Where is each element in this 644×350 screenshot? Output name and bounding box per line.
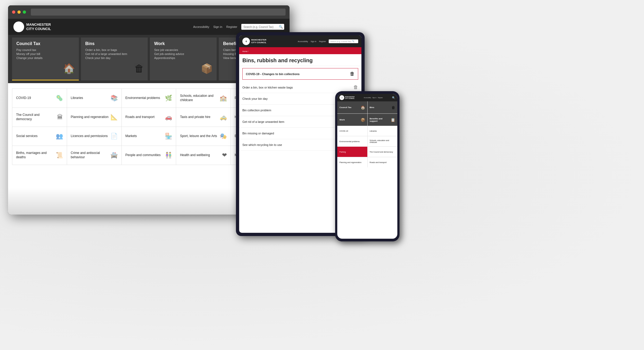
search-input[interactable]: [243, 25, 277, 28]
tablet-signin[interactable]: Sign in: [311, 40, 316, 42]
phone-council-tax-icon: 🏠: [361, 105, 365, 110]
phone-search-icon[interactable]: 🔍: [392, 96, 395, 99]
phone-service-schools[interactable]: Schools, education and childcare: [368, 136, 398, 146]
bins-title: Bins: [85, 41, 143, 46]
service-roads[interactable]: Roads and transport 🚗: [122, 108, 176, 127]
phone-card-council-tax[interactable]: Council Tax 🏠: [337, 101, 367, 113]
phone-service-planning[interactable]: Planning and regeneration: [337, 157, 367, 167]
browser-maximize-dot[interactable]: [23, 10, 26, 14]
breadcrumb-text[interactable]: Home /: [242, 50, 249, 52]
service-sport[interactable]: Sport, leisure and the Arts 🎭: [176, 127, 231, 146]
people-icon: 👫: [165, 152, 172, 159]
work-links: See job vacancies Get job-seeking advice…: [154, 48, 212, 60]
phone-device: ⚜ MANCHESTER CITY COUNCIL Accessibility …: [335, 91, 399, 241]
service-crime[interactable]: Crime and antisocial behaviour 🚔: [67, 146, 121, 165]
phone-logo[interactable]: ⚜ MANCHESTER CITY COUNCIL: [339, 95, 354, 100]
tablet-nav: Accessibility Sign in Register Search (e…: [298, 39, 358, 43]
browser-chrome: [8, 5, 290, 19]
taxis-icon: 🚕: [220, 114, 227, 121]
header-nav: Accessibility Sign in Register 🔍: [193, 24, 284, 30]
council-tax-title: Council Tax: [16, 41, 75, 46]
phone-quick-grid: Council Tax 🏠 Bins 🗑 Work 📦 Benefits and…: [337, 101, 397, 126]
covid-icon: 🦠: [56, 95, 63, 102]
logo-text: MANCHESTER CITY COUNCIL: [26, 23, 51, 31]
service-planning[interactable]: Planning and regeneration 📐: [67, 108, 121, 127]
planning-icon: 📐: [110, 114, 118, 121]
phone-service-parking[interactable]: Parking: [337, 147, 367, 157]
tablet-search[interactable]: Search (e.g. Council Tax) 🔍: [329, 39, 358, 43]
sign-in-link[interactable]: Sign in: [213, 25, 222, 28]
council-tax-links: Pay council tax Money off your bill Chan…: [16, 48, 75, 60]
hero-card-bins[interactable]: Bins Order a bin, box or bags Get rid of…: [81, 38, 148, 80]
phone-bins-icon: 🗑: [391, 105, 395, 110]
list-item[interactable]: Get job-seeking advice: [154, 52, 212, 56]
list-item[interactable]: Order a bin, box or bags: [85, 48, 143, 51]
phone-service-council[interactable]: The Council and democracy: [368, 147, 398, 157]
health-icon: ❤: [222, 152, 227, 159]
list-item[interactable]: Money off your bill: [16, 52, 75, 56]
tablet-register[interactable]: Register: [319, 40, 326, 42]
council-tax-icon: 🏠: [63, 63, 75, 74]
covid-banner-text: COVID-19 - Changes to bin collections: [246, 72, 299, 76]
service-licences[interactable]: Licences and permissions 📄: [67, 127, 121, 146]
search-bar[interactable]: 🔍: [241, 24, 284, 30]
service-taxis[interactable]: Taxis and private hire 🚕: [176, 108, 231, 127]
work-icon: 📦: [201, 63, 213, 74]
service-social[interactable]: Social services 👥: [12, 127, 67, 146]
service-people[interactable]: People and communities 👫: [122, 146, 176, 165]
markets-icon: 🏪: [165, 133, 172, 140]
list-item[interactable]: Check your bin day: [85, 56, 143, 60]
phone-logo-text: MANCHESTER CITY COUNCIL: [345, 96, 354, 99]
browser-url-bar[interactable]: [31, 9, 286, 16]
tablet-page-title: Bins, rubbish and recycling: [239, 54, 361, 66]
phone-service-grid: COVID-19 Libraries Environmental problem…: [337, 126, 397, 167]
tablet-logo-icon: ⚜: [242, 38, 250, 45]
phone-register[interactable]: Register: [378, 97, 383, 98]
list-item[interactable]: Pay council tax: [16, 48, 75, 51]
register-link[interactable]: Register: [226, 25, 237, 28]
service-council-democracy[interactable]: The Council and democracy 🏛: [12, 108, 67, 127]
covid-banner-icon: 🗑: [350, 71, 355, 77]
work-title: Work: [154, 41, 212, 46]
bin-order-icon: 🗑: [353, 84, 358, 90]
phone-card-bins[interactable]: Bins 🗑: [368, 101, 398, 113]
service-libraries[interactable]: Libraries 📚: [67, 89, 121, 108]
service-health[interactable]: Health and wellbeing ❤: [176, 146, 231, 165]
tablet-accessibility[interactable]: Accessibility: [298, 40, 308, 42]
phone-screen: ⚜ MANCHESTER CITY COUNCIL Accessibility …: [337, 94, 397, 239]
phone-service-environmental[interactable]: Environmental problems: [337, 136, 367, 146]
hero-card-work[interactable]: Work See job vacancies Get job-seeking a…: [150, 38, 217, 80]
service-births[interactable]: Births, marriages and deaths 📜: [12, 146, 67, 165]
phone-service-libraries[interactable]: Libraries: [368, 126, 398, 136]
hero-card-council-tax[interactable]: Council Tax Pay council tax Money off yo…: [12, 38, 79, 80]
phone-header: ⚜ MANCHESTER CITY COUNCIL Accessibility …: [337, 94, 397, 101]
browser-minimize-dot[interactable]: [17, 10, 21, 14]
tablet-logo[interactable]: ⚜ MANCHESTER CITY COUNCIL: [242, 38, 267, 45]
phone-benefits-icon: 📋: [391, 118, 395, 122]
service-covid19[interactable]: COVID-19 🦠: [12, 89, 67, 108]
service-environmental[interactable]: Environmental problems 🌿: [122, 89, 176, 108]
phone-service-covid[interactable]: COVID-19: [337, 126, 367, 136]
phone-card-work[interactable]: Work 📦: [337, 114, 367, 126]
phone-service-roads[interactable]: Roads and transport: [368, 157, 398, 167]
phone-card-benefits[interactable]: Benefits and support 📋: [368, 114, 398, 126]
list-item[interactable]: Apprenticeships: [154, 56, 212, 60]
site-logo[interactable]: ⚜ MANCHESTER CITY COUNCIL: [13, 21, 51, 32]
list-item[interactable]: Get rid of a large unwanted item: [85, 52, 143, 56]
phone-accessibility[interactable]: Accessibility: [364, 97, 371, 98]
accessibility-link[interactable]: Accessibility: [193, 25, 209, 28]
bins-icon: 🗑: [134, 63, 144, 74]
search-icon: 🔍: [279, 25, 283, 29]
bins-links: Order a bin, box or bags Get rid of a la…: [85, 48, 143, 60]
service-markets[interactable]: Markets 🏪: [122, 127, 176, 146]
service-schools[interactable]: Schools, education and childcare 🏫: [176, 89, 231, 108]
council-icon: 🏛: [57, 114, 63, 121]
list-item[interactable]: See job vacancies: [154, 48, 212, 51]
tablet-breadcrumb: Home /: [239, 47, 361, 54]
tablet-covid-banner[interactable]: COVID-19 - Changes to bin collections 🗑: [242, 68, 358, 80]
phone-signin[interactable]: Sign in: [372, 97, 376, 98]
browser-close-dot[interactable]: [12, 10, 15, 14]
list-item[interactable]: Change your details: [16, 56, 75, 60]
tablet-header: ⚜ MANCHESTER CITY COUNCIL Accessibility …: [239, 35, 361, 47]
sport-icon: 🎭: [220, 133, 227, 140]
